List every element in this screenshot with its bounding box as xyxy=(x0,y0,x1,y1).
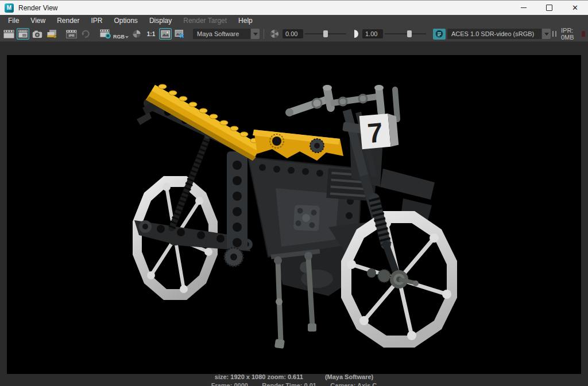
maximize-button[interactable] xyxy=(536,1,562,15)
menu-view[interactable]: View xyxy=(25,15,51,26)
window-controls: ✕ xyxy=(510,1,588,15)
status-frame-line: Frame: 0000 Render Time: 0.01 Camera: Ax… xyxy=(211,382,377,386)
exposure-slider[interactable] xyxy=(305,30,346,38)
pause-icon xyxy=(555,31,556,37)
menubar: File View Render IPR Options Display Ren… xyxy=(0,15,588,26)
render-frame-button[interactable] xyxy=(2,28,15,40)
redo-previous-render-button[interactable] xyxy=(45,28,58,40)
renderer-dropdown-value: Maya Software xyxy=(193,29,250,39)
rendered-image: 7 xyxy=(7,55,581,374)
ipr-render-button[interactable]: IPR xyxy=(65,28,78,40)
status-bar-line2: Frame: 0000 Render Time: 0.01 Camera: Ax… xyxy=(0,382,588,386)
render-frame-icon xyxy=(3,30,14,38)
gamma-field[interactable]: 1.00 xyxy=(362,29,383,38)
ipr-render-icon: IPR xyxy=(66,30,77,38)
pause-ipr-tuning-button[interactable] xyxy=(552,31,556,37)
keep-image-button[interactable] xyxy=(159,28,172,40)
close-icon: ✕ xyxy=(572,4,578,11)
plate-number: 7 xyxy=(366,117,384,149)
chevron-down-icon xyxy=(253,33,258,36)
toolbar-separator xyxy=(264,29,264,39)
keep-image-icon xyxy=(161,30,171,38)
remove-image-button[interactable] xyxy=(173,28,186,40)
minimize-icon xyxy=(521,7,527,8)
ipr-memory-label: IPR: 0MB xyxy=(561,27,577,41)
minimize-button[interactable] xyxy=(510,1,536,15)
renderer-dropdown-arrow[interactable] xyxy=(251,29,260,39)
chevron-down-icon xyxy=(544,33,549,36)
real-size-button[interactable]: 1:1 xyxy=(145,28,157,40)
exposure-button[interactable] xyxy=(268,28,281,40)
menu-help[interactable]: Help xyxy=(233,15,258,26)
menu-ipr[interactable]: IPR xyxy=(86,15,109,26)
maya-app-icon: M xyxy=(5,3,14,13)
snapshot-button[interactable] xyxy=(31,28,44,40)
render-settings-button[interactable] xyxy=(99,28,111,40)
close-button[interactable]: ✕ xyxy=(562,1,588,15)
status-bar-line1: size: 1920 x 1080 zoom: 0.611(Maya Softw… xyxy=(0,373,588,380)
snapshot-icon xyxy=(32,30,42,38)
exposure-slider-handle[interactable] xyxy=(323,30,328,37)
gamma-slider-handle[interactable] xyxy=(407,30,412,37)
exposure-icon xyxy=(270,29,279,38)
menu-display[interactable]: Display xyxy=(144,15,177,26)
rgb-caret-icon xyxy=(125,36,129,38)
maximize-icon xyxy=(546,5,552,11)
colorspace-dropdown-value: ACES 1.0 SDR-video (sRGB) xyxy=(447,29,541,39)
color-management-button[interactable] xyxy=(433,29,446,40)
titlebar: M Render View ✕ xyxy=(0,0,588,15)
display-alpha-icon xyxy=(132,29,141,38)
menu-render[interactable]: Render xyxy=(51,15,85,26)
status-size-zoom: size: 1920 x 1080 zoom: 0.611 xyxy=(215,373,303,380)
pause-icon xyxy=(552,31,554,37)
gamma-slider[interactable] xyxy=(385,30,426,38)
render-view-window: M Render View ✕ File View Render IPR Opt… xyxy=(0,0,588,386)
ipr-refresh-button xyxy=(79,28,92,40)
renderer-dropdown[interactable]: Maya Software xyxy=(193,29,260,39)
menu-options[interactable]: Options xyxy=(109,15,144,26)
real-size-label: 1:1 xyxy=(147,31,155,37)
render-region-icon xyxy=(18,30,28,38)
display-alpha-button[interactable] xyxy=(130,28,143,40)
render-canvas[interactable]: 7 xyxy=(7,55,581,374)
gamma-slider-track xyxy=(385,33,426,34)
render-settings-icon xyxy=(100,29,111,38)
window-title: Render View xyxy=(18,4,57,12)
color-management-icon xyxy=(435,29,444,38)
toolbar-right-cluster: IPR: 0MB xyxy=(552,27,588,41)
status-renderer-tag: (Maya Software) xyxy=(325,373,373,380)
svg-text:IPR: IPR xyxy=(68,34,75,37)
gamma-button[interactable] xyxy=(348,28,361,40)
ipr-refresh-icon xyxy=(80,29,91,38)
render-region-button[interactable] xyxy=(17,28,29,40)
ipr-status-swatch xyxy=(581,30,586,37)
colorspace-dropdown-arrow[interactable] xyxy=(542,29,551,39)
gamma-icon xyxy=(350,29,359,38)
menu-render-target: Render Target xyxy=(177,15,233,26)
toolbar: IPR RGB xyxy=(0,26,588,42)
display-rgb-label: RGB xyxy=(113,34,125,40)
exposure-field[interactable]: 0.00 xyxy=(283,29,303,38)
remove-image-icon xyxy=(175,29,185,38)
number-plate: 7 xyxy=(359,113,399,149)
display-rgb-button[interactable]: RGB xyxy=(113,28,129,40)
menu-file[interactable]: File xyxy=(2,15,25,26)
colorspace-dropdown[interactable]: ACES 1.0 SDR-video (sRGB) xyxy=(447,29,551,39)
redo-previous-render-icon xyxy=(47,29,57,38)
